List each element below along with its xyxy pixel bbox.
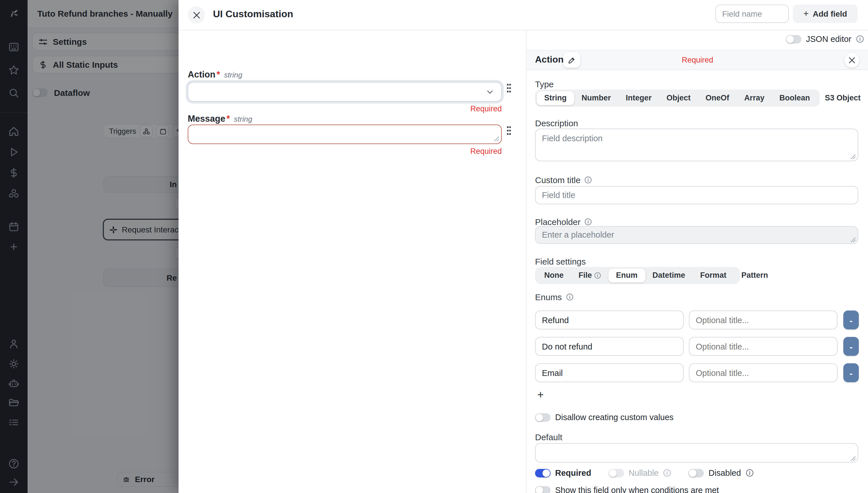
custom-title-text: Custom title [535,175,580,185]
modal-title: UI Customisation [213,8,293,20]
info-icon [585,218,592,226]
field-settings-tabs: None File Enum Datetime Format Pattern [535,267,740,284]
drag-handle-icon[interactable] [507,126,512,136]
required-toggle[interactable] [535,469,551,477]
enums-text: Enums [535,292,562,302]
remove-enum-button[interactable]: - [843,363,859,382]
description-textarea[interactable] [535,129,858,161]
enum-row: - [535,310,860,329]
action-select[interactable] [188,82,502,102]
field-flags-row: Required Nullable Disabled [535,468,754,477]
drag-handle-icon[interactable] [507,84,512,94]
action-field-label: Action* string [188,69,242,80]
placeholder-textarea[interactable] [535,226,858,244]
screen: Tuto Refund branches - Manually Settings… [0,0,868,493]
show-conditions-label: Show this field only when conditions are… [555,486,719,493]
disallow-custom-values-label: Disallow creating custom values [555,413,674,422]
message-required-message: Required [188,147,502,155]
enums-label: Enums [535,292,573,302]
nullable-toggle[interactable] [609,469,624,477]
tab-oneof[interactable]: OneOf [698,91,737,105]
tab-integer[interactable]: Integer [618,91,659,105]
resize-handle-icon[interactable] [850,237,856,243]
tab-file[interactable]: File [571,269,609,282]
add-enum-button[interactable]: + [537,389,544,401]
remove-enum-button[interactable]: - [843,310,859,329]
nullable-toggle-label: Nullable [629,468,659,477]
info-icon [585,176,592,184]
tab-number[interactable]: Number [574,91,618,105]
required-asterisk: * [216,69,220,80]
required-toggle-label: Required [555,468,591,477]
add-field-button[interactable]: + Add field [793,5,858,23]
disabled-toggle[interactable] [689,469,704,477]
default-label: Default [535,432,562,442]
condition-row: Show this field only when conditions are… [535,486,719,493]
json-editor-label: JSON editor [806,35,851,44]
enum-title-input[interactable] [689,337,838,356]
chevron-down-icon [486,88,494,97]
enum-row: - [535,363,860,382]
tab-object[interactable]: Object [659,91,698,105]
modal-close-button[interactable] [188,6,205,23]
info-icon [745,469,754,477]
plus-icon: + [803,8,809,19]
message-type-text: string [234,115,252,123]
message-field-label: Message* string [188,114,252,124]
field-required-status: Required [526,56,868,64]
enum-title-input[interactable] [689,310,838,329]
enum-value-input[interactable] [535,310,684,329]
info-icon [566,293,573,301]
resize-handle-icon[interactable] [850,154,856,159]
info-icon [594,272,601,279]
description-label: Description [535,118,578,128]
tab-string[interactable]: String [537,91,574,105]
type-label: Type [535,79,554,89]
json-editor-toggle[interactable] [786,35,801,43]
resize-handle-icon[interactable] [494,136,500,142]
placeholder-text: Placeholder [535,217,580,227]
tab-s3-object[interactable]: S3 Object [818,91,868,105]
enum-value-input[interactable] [535,337,684,356]
form-preview-pane: Action* string Required Message* string … [178,30,526,493]
required-asterisk: * [227,114,230,124]
app-window: Tuto Refund branches - Manually Settings… [0,0,868,493]
tab-pattern[interactable]: Pattern [734,269,776,282]
custom-title-input[interactable] [535,186,858,204]
action-label-text: Action [188,69,215,80]
message-label-text: Message [188,114,225,124]
message-textarea[interactable] [188,125,502,144]
type-tabs: String Number Integer Object OneOf Array… [535,89,820,107]
deselect-field-button[interactable] [845,53,860,68]
action-type-text: string [224,70,242,79]
action-required-message: Required [188,104,502,113]
default-textarea[interactable] [535,443,858,463]
enum-row: - [535,337,860,356]
add-field-label: Add field [812,9,847,18]
placeholder-label: Placeholder [535,217,592,227]
enum-title-input[interactable] [689,363,838,382]
disallow-custom-values-toggle[interactable] [535,413,551,422]
tab-datetime[interactable]: Datetime [645,269,693,282]
enum-value-input[interactable] [535,363,684,382]
ui-customisation-modal: UI Customisation + Add field Action* str… [178,0,868,493]
show-conditions-toggle[interactable] [535,486,551,493]
modal-backdrop[interactable] [0,0,178,493]
modal-header: UI Customisation + Add field [178,0,868,30]
field-editor-pane: JSON editor Action Required Type String … [526,30,868,493]
field-name-input[interactable] [715,5,789,23]
close-icon [193,11,200,19]
tab-none[interactable]: None [537,269,571,282]
info-icon [856,35,864,43]
tab-enum[interactable]: Enum [609,269,645,282]
tab-boolean[interactable]: Boolean [772,91,818,105]
tab-format[interactable]: Format [693,269,734,282]
tab-array[interactable]: Array [737,91,772,105]
disallow-custom-values-row: Disallow creating custom values [535,413,674,422]
selected-field-header: Action Required [526,50,868,70]
resize-handle-icon[interactable] [850,456,856,462]
json-editor-row: JSON editor [786,35,864,44]
close-icon [848,57,855,64]
custom-title-label: Custom title [535,175,592,185]
remove-enum-button[interactable]: - [843,337,859,356]
